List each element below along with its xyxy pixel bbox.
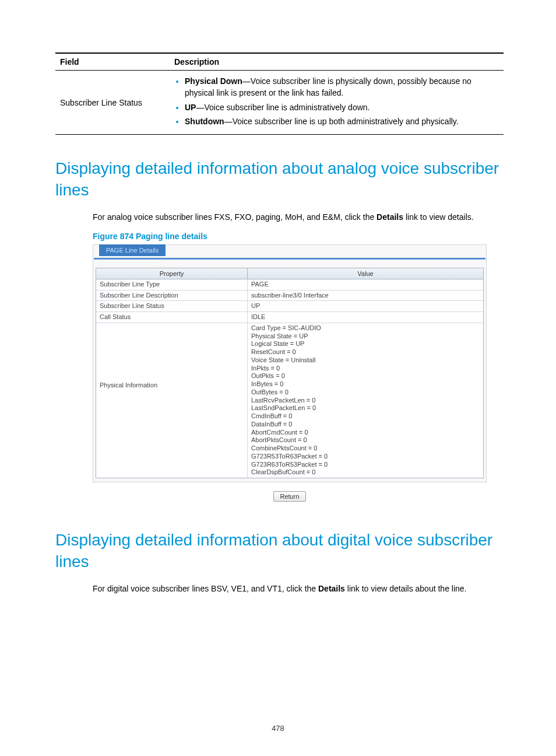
page-number: 478 — [0, 724, 556, 733]
row-label: Subscriber Line Status — [55, 71, 170, 135]
table-row: Subscriber Line Type PAGE — [96, 279, 483, 290]
section-heading-digital: Displaying detailed information about di… — [55, 530, 504, 572]
paragraph: For digital voice subscriber lines BSV, … — [55, 583, 504, 595]
cell-property: Physical Information — [96, 323, 248, 478]
table-row: Subscriber Line Status Physical Down—Voi… — [55, 71, 504, 135]
property-value-grid: Property Value Subscriber Line Type PAGE… — [96, 268, 484, 478]
cell-value: UP — [248, 301, 483, 312]
th-description: Description — [170, 53, 504, 71]
th-field: Field — [55, 53, 170, 71]
table-row: Call Status IDLE — [96, 312, 483, 323]
cell-property: Subscriber Line Type — [96, 279, 248, 290]
grid-head-property: Property — [96, 268, 248, 279]
section-heading-analog: Displaying detailed information about an… — [55, 158, 504, 201]
cell-property: Call Status — [96, 312, 248, 323]
paragraph: For analog voice subscriber lines FXS, F… — [55, 211, 504, 223]
cell-property: Subscriber Line Status — [96, 301, 248, 312]
cell-value: Card Type = SIC-AUDIO Physical State = U… — [248, 323, 483, 478]
cell-value: PAGE — [248, 279, 483, 290]
list-item: UP—Voice subscriber line is administrati… — [185, 102, 499, 113]
list-item: Shutdown—Voice subscriber line is up bot… — [185, 116, 499, 127]
table-row: Physical Information Card Type = SIC-AUD… — [96, 323, 483, 478]
page-line-details-panel: PAGE Line Details Property Value Subscri… — [93, 244, 487, 482]
return-button[interactable]: Return — [273, 491, 305, 502]
cell-value: IDLE — [248, 312, 483, 323]
field-description-table: Field Description Subscriber Line Status… — [55, 52, 504, 135]
description-list: Physical Down—Voice subscriber line is p… — [174, 75, 499, 127]
cell-value: subscriber-line3/0 Interface — [248, 290, 483, 301]
figure-caption: Figure 874 Paging line details — [93, 232, 504, 241]
table-row: Subscriber Line Description subscriber-l… — [96, 290, 483, 302]
list-item: Physical Down—Voice subscriber line is p… — [185, 75, 499, 99]
table-row: Subscriber Line Status UP — [96, 301, 483, 312]
tab-page-line-details[interactable]: PAGE Line Details — [99, 244, 166, 256]
cell-property: Subscriber Line Description — [96, 290, 248, 301]
grid-head-value: Value — [248, 268, 483, 279]
